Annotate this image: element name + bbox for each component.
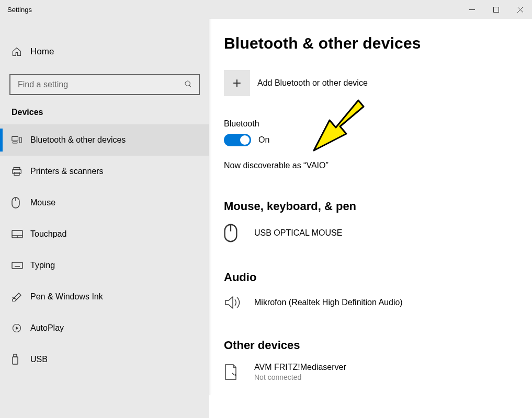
- sidebar-item-label: USB: [30, 355, 48, 364]
- search-input[interactable]: [17, 79, 184, 90]
- device-status: Not connected: [254, 373, 346, 381]
- category-audio: Audio Mikrofon (Realtek High Definition …: [224, 271, 516, 326]
- sidebar-item-printers[interactable]: Printers & scanners: [0, 156, 209, 187]
- autoplay-icon: [12, 323, 30, 333]
- bluetooth-devices-icon: [12, 136, 30, 144]
- sidebar-item-typing[interactable]: Typing: [0, 250, 209, 281]
- svg-point-4: [185, 81, 190, 86]
- touchpad-icon: [12, 230, 30, 238]
- svg-rect-17: [12, 262, 22, 269]
- bluetooth-toggle-state: On: [258, 135, 269, 145]
- bluetooth-heading: Bluetooth: [224, 119, 516, 129]
- usb-icon: [12, 354, 30, 365]
- content-area: Bluetooth & other devices + Add Bluetoot…: [209, 19, 532, 418]
- titlebar: Settings: [0, 0, 532, 19]
- sidebar-section-title: Devices: [0, 108, 209, 124]
- sidebar-item-bluetooth[interactable]: Bluetooth & other devices: [0, 124, 209, 156]
- caption-buttons: [460, 1, 532, 18]
- category-other-devices: Other devices AVM FRITZ!Mediaserver Not …: [224, 339, 516, 381]
- svg-marker-24: [16, 327, 18, 330]
- device-name: AVM FRITZ!Mediaserver: [254, 363, 346, 372]
- sidebar-item-label: Bluetooth & other devices: [30, 135, 126, 145]
- device-row[interactable]: USB OPTICAL MOUSE: [224, 220, 516, 258]
- bluetooth-toggle[interactable]: [224, 134, 251, 146]
- svg-rect-7: [13, 142, 17, 143]
- printer-icon: [12, 166, 30, 177]
- sidebar-item-label: Pen & Windows Ink: [30, 292, 103, 301]
- window-title: Settings: [0, 6, 32, 14]
- device-row[interactable]: AVM FRITZ!Mediaserver Not connected: [224, 359, 516, 381]
- page-title: Bluetooth & other devices: [224, 34, 516, 52]
- sidebar-item-pen[interactable]: Pen & Windows Ink: [0, 281, 209, 312]
- svg-rect-8: [19, 137, 21, 143]
- sidebar-item-autoplay[interactable]: AutoPlay: [0, 312, 209, 344]
- minimize-button[interactable]: [460, 1, 484, 18]
- device-name: USB OPTICAL MOUSE: [254, 228, 342, 238]
- plus-icon: +: [233, 76, 241, 90]
- sidebar: Home Devices Bluetooth & other devices: [0, 19, 209, 418]
- search-wrap: [9, 74, 200, 95]
- svg-line-5: [189, 85, 191, 87]
- svg-rect-1: [493, 7, 499, 12]
- category-heading: Audio: [224, 271, 516, 284]
- category-mouse-keyboard: Mouse, keyboard, & pen USB OPTICAL MOUSE: [224, 200, 516, 258]
- speaker-icon: [224, 295, 254, 310]
- close-button[interactable]: [508, 1, 532, 18]
- search-icon: [184, 80, 193, 90]
- mouse-icon: [224, 224, 254, 242]
- keyboard-icon: [12, 262, 30, 269]
- svg-rect-6: [12, 136, 18, 141]
- sidebar-item-label: Touchpad: [30, 229, 66, 239]
- search-box[interactable]: [9, 74, 200, 95]
- device-name: Mikrofon (Realtek High Definition Audio): [254, 298, 403, 307]
- category-heading: Other devices: [224, 339, 516, 352]
- maximize-button[interactable]: [484, 1, 508, 18]
- sidebar-item-label: Printers & scanners: [30, 167, 104, 176]
- sidebar-item-usb[interactable]: USB: [0, 344, 209, 375]
- add-device-button[interactable]: +: [224, 70, 250, 96]
- window-body: Home Devices Bluetooth & other devices: [0, 19, 532, 418]
- sidebar-item-label: Mouse: [30, 198, 55, 207]
- home-button[interactable]: Home: [0, 40, 209, 64]
- pane-separator: [209, 19, 210, 395]
- bluetooth-toggle-row: On: [224, 134, 516, 146]
- sidebar-item-mouse[interactable]: Mouse: [0, 187, 209, 218]
- add-device-label: Add Bluetooth or other device: [257, 78, 368, 88]
- nav-list: Bluetooth & other devices Printers & sca…: [0, 124, 209, 375]
- sidebar-item-touchpad[interactable]: Touchpad: [0, 218, 209, 250]
- svg-rect-26: [13, 357, 18, 364]
- device-generic-icon: [224, 364, 254, 380]
- category-heading: Mouse, keyboard, & pen: [224, 200, 516, 213]
- device-row[interactable]: Mikrofon (Realtek High Definition Audio): [224, 292, 516, 326]
- settings-window: Settings Home: [0, 0, 532, 418]
- sidebar-item-label: Typing: [30, 261, 55, 270]
- sidebar-item-label: AutoPlay: [30, 323, 64, 333]
- svg-line-29: [232, 373, 234, 375]
- home-icon: [12, 47, 30, 57]
- pen-icon: [12, 292, 30, 301]
- add-device-row[interactable]: + Add Bluetooth or other device: [224, 70, 516, 96]
- toggle-knob: [240, 135, 250, 145]
- svg-rect-9: [14, 168, 20, 170]
- mouse-icon: [12, 197, 30, 208]
- discoverable-text: Now discoverable as “VAIO”: [224, 161, 516, 170]
- svg-rect-10: [13, 170, 21, 174]
- svg-rect-25: [14, 354, 17, 357]
- home-label: Home: [30, 47, 54, 57]
- device-text-wrap: AVM FRITZ!Mediaserver Not connected: [254, 363, 346, 381]
